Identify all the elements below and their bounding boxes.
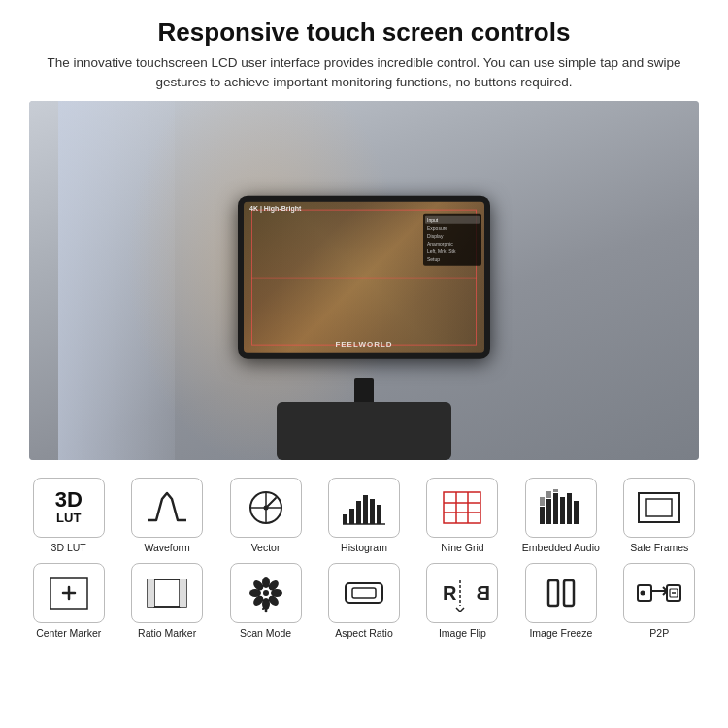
camera-rig xyxy=(267,382,461,460)
nine-grid-icon xyxy=(440,488,484,527)
p2p-icon-box xyxy=(623,563,695,623)
feature-scan-mode: Scan Mode xyxy=(216,557,314,644)
features-row2: Center Marker Ratio Marker xyxy=(0,557,728,644)
embedded-audio-icon xyxy=(537,487,585,528)
p2p-icon xyxy=(635,573,683,613)
svg-rect-22 xyxy=(574,501,579,524)
feature-vector: Vector xyxy=(216,472,314,558)
svg-rect-10 xyxy=(377,505,381,524)
waveform-icon xyxy=(145,489,189,526)
header-section: Responsive touch screen controls The inn… xyxy=(0,0,728,101)
safe-frames-icon-box xyxy=(623,478,695,538)
svg-text:R: R xyxy=(443,582,457,604)
image-flip-icon: R B xyxy=(438,573,486,613)
feature-image-freeze: Image Freeze xyxy=(512,557,610,644)
center-marker-label: Center Marker xyxy=(36,627,101,640)
monitor-menu: Input Exposure Display Anamorphic Left, … xyxy=(423,213,481,265)
histogram-label: Histogram xyxy=(341,542,387,554)
feature-center-marker: Center Marker xyxy=(19,557,117,644)
3d-lut-label: 3D LUT xyxy=(51,542,86,554)
ratio-marker-label: Ratio Marker xyxy=(138,627,196,640)
center-marker-icon-box xyxy=(33,563,105,623)
monitor-label: 4K | High-Bright xyxy=(249,204,301,211)
svg-rect-8 xyxy=(363,495,368,524)
svg-rect-32 xyxy=(154,579,180,607)
histogram-icon xyxy=(340,487,388,528)
feature-image-flip: R B Image Flip xyxy=(414,557,512,644)
waveform-icon-box xyxy=(131,478,203,538)
vector-label: Vector xyxy=(251,542,281,554)
svg-rect-21 xyxy=(567,493,572,524)
ratio-marker-icon xyxy=(145,574,189,612)
feature-histogram: Histogram xyxy=(314,472,413,558)
svg-rect-7 xyxy=(356,501,361,524)
svg-rect-9 xyxy=(370,499,375,524)
aspect-ratio-icon-box xyxy=(328,563,400,623)
aspect-ratio-label: Aspect Ratio xyxy=(335,627,393,640)
ratio-marker-icon-box xyxy=(131,563,203,623)
svg-rect-6 xyxy=(349,509,354,524)
svg-rect-26 xyxy=(639,493,679,522)
embedded-audio-icon-box xyxy=(525,478,597,538)
image-freeze-icon xyxy=(539,573,583,613)
monitor-screen: 4K | High-Bright Input Exposure Display … xyxy=(244,201,484,352)
image-flip-label: Image Flip xyxy=(439,627,486,640)
monitor-photo: 4K | High-Bright Input Exposure Display … xyxy=(29,101,699,460)
page: Responsive touch screen controls The inn… xyxy=(0,0,728,728)
feature-3d-lut: 3D LUT 3D LUT xyxy=(19,472,117,558)
svg-rect-27 xyxy=(646,499,672,516)
page-title: Responsive touch screen controls xyxy=(39,17,689,48)
feature-aspect-ratio: Aspect Ratio xyxy=(314,557,413,644)
svg-rect-25 xyxy=(553,489,558,492)
embedded-audio-label: Embedded Audio xyxy=(522,542,600,554)
features-row1: 3D LUT 3D LUT Waveform xyxy=(0,472,728,558)
svg-point-45 xyxy=(263,590,269,596)
scan-mode-label: Scan Mode xyxy=(240,627,291,640)
histogram-icon-box xyxy=(328,478,400,538)
svg-point-4 xyxy=(263,505,268,510)
nine-grid-label: Nine Grid xyxy=(441,542,483,554)
svg-rect-19 xyxy=(553,493,558,524)
svg-rect-49 xyxy=(352,588,376,598)
page-subtitle: The innovative touchscreen LCD user inte… xyxy=(39,53,689,93)
vector-icon-box xyxy=(230,478,302,538)
feature-safe-frames: Safe Frames xyxy=(611,472,709,558)
feature-p2p: P2P xyxy=(611,557,709,644)
p2p-label: P2P xyxy=(649,627,669,640)
image-freeze-label: Image Freeze xyxy=(529,627,592,640)
nine-grid-icon-box xyxy=(426,478,498,538)
safe-frames-icon xyxy=(635,487,683,528)
feature-waveform: Waveform xyxy=(117,472,215,558)
aspect-ratio-icon xyxy=(342,574,386,612)
svg-rect-24 xyxy=(546,491,551,498)
image-freeze-icon-box xyxy=(525,563,597,623)
svg-rect-54 xyxy=(564,580,574,606)
scan-mode-icon-box xyxy=(230,563,302,623)
svg-rect-5 xyxy=(343,514,347,524)
feature-embedded-audio: Embedded Audio xyxy=(512,472,610,558)
svg-rect-17 xyxy=(540,507,545,524)
feature-ratio-marker: Ratio Marker xyxy=(117,557,215,644)
center-marker-icon xyxy=(47,574,91,612)
svg-rect-34 xyxy=(180,579,186,607)
3d-lut-icon-box: 3D LUT xyxy=(33,478,105,538)
waveform-label: Waveform xyxy=(144,542,189,554)
vector-icon xyxy=(244,487,288,528)
feature-nine-grid: Nine Grid xyxy=(414,472,512,558)
svg-rect-53 xyxy=(548,580,558,606)
scan-mode-icon xyxy=(244,573,288,613)
svg-point-58 xyxy=(641,591,645,596)
safe-frames-label: Safe Frames xyxy=(630,542,688,554)
svg-rect-23 xyxy=(540,497,545,506)
brand-label: FEELWORLD xyxy=(335,339,392,347)
image-flip-icon-box: R B xyxy=(426,563,498,623)
svg-rect-18 xyxy=(546,499,551,524)
svg-rect-33 xyxy=(148,579,154,607)
svg-text:B: B xyxy=(477,582,490,604)
svg-rect-20 xyxy=(560,497,565,524)
svg-rect-48 xyxy=(346,583,382,603)
svg-rect-12 xyxy=(444,492,480,523)
feelworld-monitor: 4K | High-Bright Input Exposure Display … xyxy=(238,195,490,358)
